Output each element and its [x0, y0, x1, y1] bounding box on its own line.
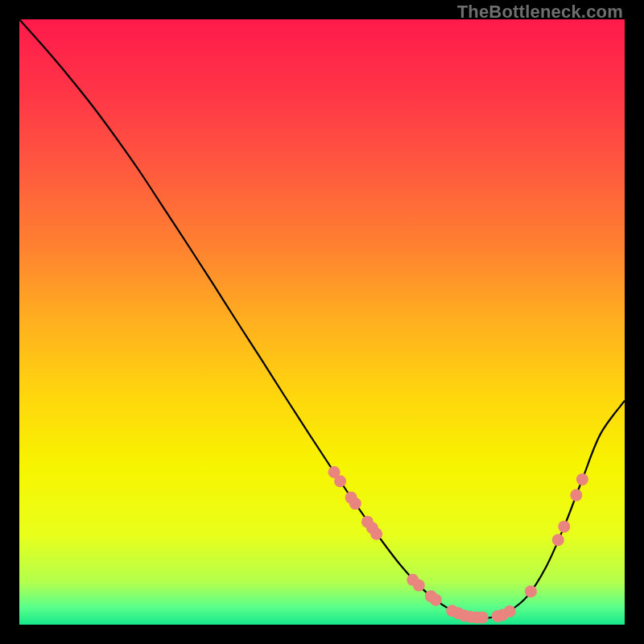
- chart-svg: [19, 19, 625, 625]
- data-marker: [477, 611, 489, 623]
- data-marker: [430, 594, 442, 606]
- data-marker: [576, 473, 588, 485]
- chart-background: [19, 19, 625, 625]
- data-marker: [504, 605, 516, 617]
- data-marker: [525, 585, 537, 597]
- data-marker: [370, 528, 382, 540]
- data-marker: [552, 534, 564, 546]
- data-marker: [349, 497, 361, 510]
- chart-frame: [19, 19, 625, 625]
- data-marker: [558, 521, 570, 533]
- data-marker: [334, 475, 346, 487]
- data-marker: [570, 489, 582, 502]
- data-marker: [413, 580, 425, 592]
